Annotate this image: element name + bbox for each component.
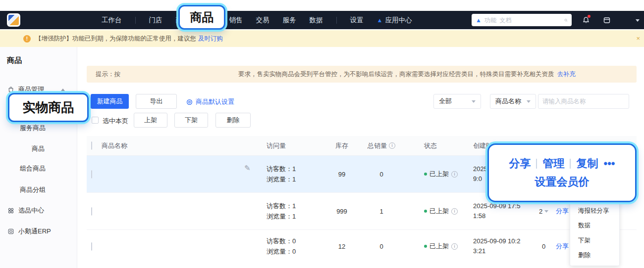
nav-sales[interactable]: 销售 <box>229 16 243 25</box>
main-menu: 工作台 门店 商品 营销 销售 交易 服务 数据 设置 ▲ 应用中心 <box>102 11 412 29</box>
status-cell: 已上架 i <box>401 207 471 216</box>
sidebar-item-label: 组合商品 <box>20 164 46 173</box>
callout-divider <box>536 159 537 169</box>
sidebar-item-service-product[interactable]: 服务商品 <box>20 124 46 133</box>
status-filter-select[interactable]: 全部 <box>433 94 481 109</box>
edit-pencil-icon[interactable]: ✎ <box>244 164 251 173</box>
search-field-value: 商品名称 <box>495 97 521 106</box>
navbar-collapse-button[interactable] <box>632 15 643 26</box>
info-icon[interactable]: i <box>451 243 458 250</box>
row-checkbox[interactable] <box>91 242 92 251</box>
erp-icon <box>7 228 14 235</box>
menu-item-data[interactable]: 数据 <box>570 218 619 233</box>
menu-item-poster-share[interactable]: 海报轻分享 <box>570 203 619 218</box>
info-icon[interactable]: i <box>451 208 458 215</box>
gear-icon <box>186 98 193 106</box>
bag-icon <box>7 86 14 93</box>
navbar-search-input[interactable] <box>484 17 561 24</box>
row-checkbox[interactable] <box>91 170 92 179</box>
category-hint-bar: 提示：按 要求，售卖实物商品会受到平台管控，为不影响后续运营，商家需要选择对应经… <box>87 66 637 83</box>
status-dot <box>424 173 427 176</box>
warning-icon: ! <box>23 35 31 43</box>
sidebar: 商品 商品管理 实物商品 服务商品 商品 组合商品 商品分组 选品中心 <box>0 47 77 268</box>
status-label: 已上架 <box>429 242 449 251</box>
unpublish-button[interactable]: 下架 <box>174 113 208 128</box>
callout-label: 商品 <box>190 9 214 25</box>
sort-cell[interactable]: 2 <box>533 208 555 215</box>
new-product-button[interactable]: 新建商品 <box>91 94 129 109</box>
col-header-stock: 库存 <box>322 141 362 150</box>
menu-item-delete[interactable]: 删除 <box>570 248 619 263</box>
selection-grid-icon <box>7 207 14 215</box>
sidebar-item-label: 商品 <box>32 144 45 153</box>
sidebar-item-label: 服务商品 <box>20 124 46 133</box>
export-button[interactable]: 导出 <box>136 94 177 109</box>
more-actions-menu: 海报轻分享 数据 下架 删除 <box>570 200 620 266</box>
sidebar-item-label: 商品分组 <box>20 185 46 194</box>
product-search-input[interactable] <box>542 98 622 105</box>
col-header-status: 状态 <box>401 141 471 150</box>
callout-copy-label: 复制 <box>576 156 598 171</box>
visits-cell: 访客数：0 浏览量：0 <box>263 236 322 257</box>
status-filter-value: 全部 <box>439 97 452 106</box>
sidebar-item-selection-center[interactable]: 选品中心 <box>7 206 44 215</box>
workspace-switch-button[interactable] <box>601 15 612 26</box>
visits-cell: 访客数：1 浏览量：1 <box>263 201 322 222</box>
app-center-triangle-icon: ▲ <box>377 17 383 24</box>
callout-product-nav: 商品 <box>178 5 225 30</box>
search-icon <box>564 17 568 24</box>
nav-data[interactable]: 数据 <box>310 16 323 25</box>
brand-triangle-icon: ▲ <box>476 17 482 24</box>
banner-close-icon[interactable]: × <box>636 35 640 42</box>
nav-trade[interactable]: 交易 <box>256 16 269 25</box>
sidebar-item-label: 选品中心 <box>18 206 44 215</box>
sales-cell: 1 <box>362 208 401 215</box>
sidebar-item-label: 小鹅通ERP <box>18 227 51 236</box>
sidebar-item-product-group[interactable]: 商品分组 <box>20 185 46 194</box>
sidebar-item-product[interactable]: 商品 <box>32 144 45 153</box>
nav-app-center[interactable]: ▲ 应用中心 <box>377 16 412 25</box>
info-icon[interactable]: i <box>389 142 395 149</box>
product-search-box[interactable] <box>538 94 629 109</box>
share-link[interactable]: 分享 <box>555 207 569 215</box>
sidebar-item-combo-product[interactable]: 组合商品 <box>20 164 46 173</box>
nav-settings[interactable]: 设置 <box>350 16 364 25</box>
table-row[interactable]: 访客数：0 浏览量：0 12 0 已上架 i 2025-09-09 10:2 3… <box>87 230 637 263</box>
banner-text: 【增强防护】功能已到期，为保障功能的正常使用，建议您 <box>35 35 196 43</box>
info-icon[interactable]: i <box>451 171 458 178</box>
callout-row-actions: 分享 管理 复制 ••• 设置会员价 <box>487 143 637 202</box>
top-navbar: 工作台 门店 商品 营销 销售 交易 服务 数据 设置 ▲ 应用中心 ▲ <box>0 11 644 29</box>
status-dot <box>424 245 427 248</box>
col-header-visits: 访问量 <box>263 141 322 150</box>
default-settings-link[interactable]: 商品默认设置 <box>186 97 234 106</box>
nav-workbench[interactable]: 工作台 <box>102 16 122 25</box>
status-label: 已上架 <box>429 207 449 216</box>
callout-physical-product: 实物商品 <box>8 93 89 122</box>
stock-cell: 999 <box>322 208 362 215</box>
menu-divider <box>135 17 136 24</box>
select-page-checkbox[interactable] <box>92 117 99 124</box>
notifications-button[interactable] <box>581 15 591 26</box>
sales-cell: 0 <box>362 243 401 250</box>
publish-button[interactable]: 上架 <box>134 113 167 128</box>
search-field-select[interactable]: 商品名称 <box>490 94 536 109</box>
banner-renew-link[interactable]: 及时订购 <box>198 35 223 43</box>
app-logo[interactable] <box>7 13 20 27</box>
default-settings-label: 商品默认设置 <box>196 97 234 106</box>
delete-button[interactable]: 删除 <box>215 113 251 128</box>
status-cell: 已上架 i <box>401 242 471 251</box>
col-header-name: 商品名称 <box>102 141 263 150</box>
share-link[interactable]: 分享 <box>555 242 569 250</box>
nav-store[interactable]: 门店 <box>149 16 162 25</box>
select-all-checkbox[interactable] <box>91 141 92 150</box>
menu-divider <box>336 17 337 24</box>
sidebar-item-erp[interactable]: 小鹅通ERP <box>7 227 51 236</box>
hint-supplement-link[interactable]: 去补充 <box>557 70 576 79</box>
nav-service[interactable]: 服务 <box>283 16 296 25</box>
navbar-search[interactable]: ▲ <box>472 14 572 26</box>
menu-item-unpublish[interactable]: 下架 <box>570 233 619 248</box>
row-checkbox[interactable] <box>91 207 92 216</box>
callout-manage-label: 管理 <box>542 156 564 171</box>
sales-cell: 0 <box>362 171 401 178</box>
stock-cell: 12 <box>322 243 362 250</box>
